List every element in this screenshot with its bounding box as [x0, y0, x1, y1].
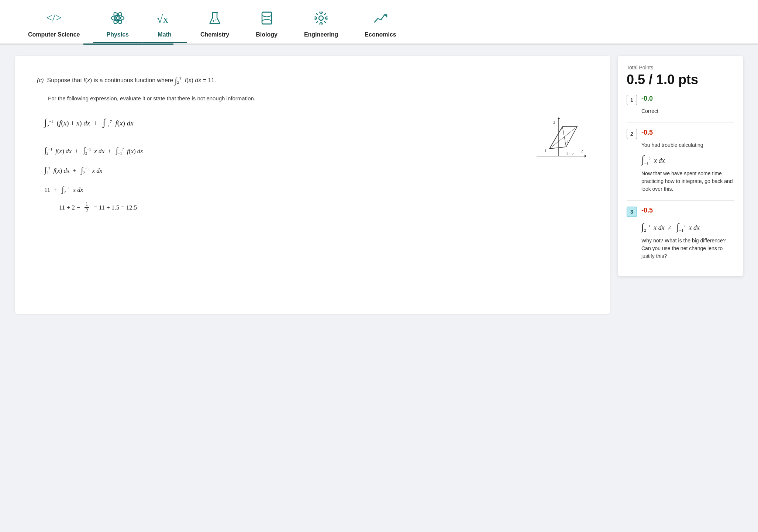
- divider-2: [627, 200, 734, 201]
- feedback-text-2: You had trouble calculating: [641, 141, 734, 149]
- gear-icon: [313, 10, 329, 28]
- atom-icon: [110, 10, 125, 28]
- svg-text:-1: -1: [543, 148, 547, 153]
- feedback-explanation-2: Now that we have spent some time practic…: [641, 170, 734, 193]
- top-navigation: </> Computer Science Physics √x: [0, 0, 758, 44]
- svg-text:2: 2: [581, 149, 583, 153]
- feedback-explanation-3: Why not? What is the big difference? Can…: [641, 237, 734, 260]
- question-number-1[interactable]: 1: [627, 95, 637, 105]
- main-expression: ∫2−1 (f(x) + x) dx + ∫−17 f(x) dx: [44, 112, 514, 133]
- nav-label-biology: Biology: [256, 31, 278, 43]
- feedback-header-2: 2 -0.5: [627, 129, 734, 139]
- sqrt-icon: √x: [155, 10, 174, 28]
- divider-1: [627, 122, 734, 123]
- nav-item-biology[interactable]: Biology: [242, 6, 291, 43]
- score-2: -0.5: [641, 129, 653, 137]
- svg-point-12: [319, 16, 323, 20]
- graph-diagram: 2 2 2 -1 1 2 -1: [529, 115, 588, 163]
- svg-text:</>: </>: [46, 11, 62, 24]
- svg-text:√x: √x: [157, 13, 168, 25]
- feedback-header-1: 1 -0.0: [627, 95, 734, 105]
- svg-point-8: [216, 20, 217, 21]
- nav-label-economics: Economics: [365, 31, 396, 43]
- score-3: -0.5: [641, 207, 653, 214]
- svg-text:2: 2: [572, 152, 574, 156]
- svg-text:2: 2: [553, 120, 555, 124]
- svg-marker-15: [585, 155, 586, 158]
- total-points-value: 0.5 / 1.0 pts: [627, 72, 734, 87]
- total-points-label: Total Points: [627, 65, 734, 70]
- question-number-3[interactable]: 3: [627, 207, 637, 217]
- problem-paper: (c) Suppose that f(x) is a continuous fu…: [15, 56, 610, 314]
- svg-line-17: [549, 127, 577, 149]
- nav-item-chemistry[interactable]: Chemistry: [187, 6, 242, 43]
- feedback-item-2: 2 -0.5 You had trouble calculating ∫−12 …: [627, 129, 734, 193]
- nav-item-engineering[interactable]: Engineering: [291, 6, 351, 43]
- nav-label-physics: Physics: [106, 31, 128, 43]
- nav-item-economics[interactable]: Economics: [351, 6, 409, 43]
- problem-statement: (c) Suppose that f(x) is a continuous fu…: [37, 74, 588, 87]
- main-content: (c) Suppose that f(x) is a continuous fu…: [0, 45, 758, 325]
- problem-instruction: For the following expression, evaluate i…: [48, 94, 588, 103]
- svg-point-1: [116, 17, 119, 20]
- step-1: ∫2−1 f(x) dx + ∫2−1 x dx + ∫−17 f(x) dx: [44, 141, 514, 160]
- feedback-text-1: Correct: [641, 107, 734, 115]
- svg-rect-9: [262, 12, 272, 24]
- score-1: -0.0: [641, 95, 653, 103]
- math-steps: ∫2−1 (f(x) + x) dx + ∫−17 f(x) dx ∫2−1 f…: [37, 112, 514, 214]
- code-icon: </>: [46, 10, 62, 28]
- feedback-math-2: ∫−12 x dx: [641, 153, 734, 165]
- step-3: 11 + ∫2−1 x dx: [44, 180, 514, 199]
- part-label: (c): [37, 77, 44, 83]
- feedback-panel: Total Points 0.5 / 1.0 pts 1 -0.0 Correc…: [618, 56, 743, 276]
- nav-items-container: </> Computer Science Physics √x: [15, 0, 743, 43]
- nav-label-computer-science: Computer Science: [28, 31, 80, 43]
- chart-icon: [373, 10, 388, 28]
- svg-text:-1: -1: [565, 139, 569, 144]
- nav-label-engineering: Engineering: [304, 31, 338, 43]
- handwritten-steps: ∫2−1 f(x) dx + ∫2−1 x dx + ∫−17 f(x) dx …: [44, 141, 514, 199]
- feedback-header-3: 3 -0.5: [627, 207, 734, 217]
- nav-item-physics[interactable]: Physics: [93, 6, 142, 43]
- math-work-area: ∫2−1 (f(x) + x) dx + ∫−17 f(x) dx ∫2−1 f…: [37, 112, 588, 214]
- feedback-item-3: 3 -0.5 ∫2−1 x dx ≠ ∫−12 x dx Why not? Wh…: [627, 207, 734, 260]
- svg-marker-16: [557, 117, 560, 119]
- nav-label-chemistry: Chemistry: [200, 31, 229, 43]
- nav-item-math[interactable]: √x Math: [142, 6, 187, 43]
- nav-label-math: Math: [158, 31, 171, 43]
- nav-item-computer-science[interactable]: </> Computer Science: [15, 6, 93, 43]
- dna-icon: [259, 10, 275, 28]
- step-2: ∫27 f(x) dx + ∫2−1 x dx: [44, 160, 514, 180]
- svg-point-7: [213, 20, 214, 22]
- feedback-item-1: 1 -0.0 Correct: [627, 95, 734, 115]
- feedback-math-3: ∫2−1 x dx ≠ ∫−12 x dx: [641, 221, 734, 232]
- svg-text:2: 2: [561, 127, 563, 131]
- final-answer: 11 + 2 − 1 2 = 11 + 1.5 = 12.5: [59, 201, 514, 214]
- flask-icon: [207, 10, 223, 28]
- question-number-2[interactable]: 2: [627, 129, 637, 139]
- svg-text:1: 1: [566, 151, 568, 156]
